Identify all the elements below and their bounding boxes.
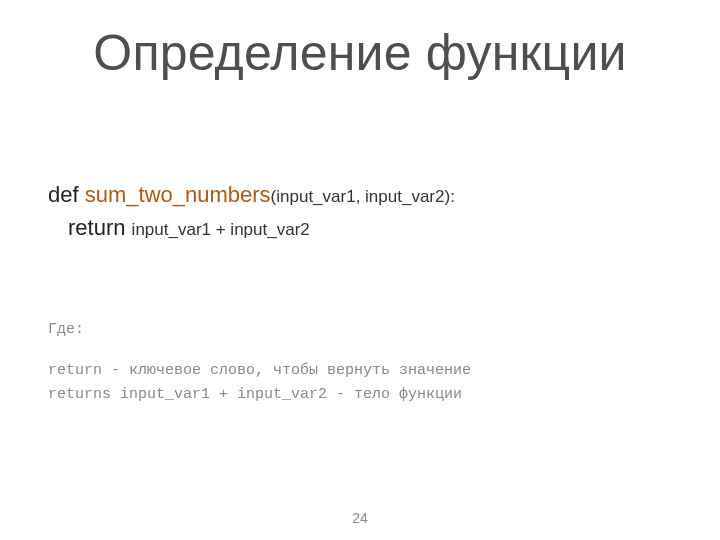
code-block: def sum_two_numbers(input_var1, input_va… (48, 180, 455, 244)
explanation-block: Где: return - ключевое слово, чтобы верн… (48, 318, 471, 406)
keyword-def: def (48, 182, 79, 207)
code-line-1: def sum_two_numbers(input_var1, input_va… (48, 180, 455, 211)
return-expression: input_var1 + input_var2 (132, 220, 310, 239)
explain-return: return - ключевое слово, чтобы вернуть з… (48, 359, 471, 382)
explain-body: returns input_var1 + input_var2 - тело ф… (48, 383, 471, 406)
slide: Определение функции def sum_two_numbers(… (0, 0, 720, 540)
slide-title: Определение функции (0, 24, 720, 82)
where-label: Где: (48, 318, 471, 341)
function-params: (input_var1, input_var2): (271, 187, 455, 206)
code-line-2: return input_var1 + input_var2 (48, 213, 455, 244)
page-number: 24 (0, 510, 720, 526)
keyword-return: return (68, 215, 125, 240)
function-name: sum_two_numbers (85, 182, 271, 207)
spacer (48, 341, 471, 359)
